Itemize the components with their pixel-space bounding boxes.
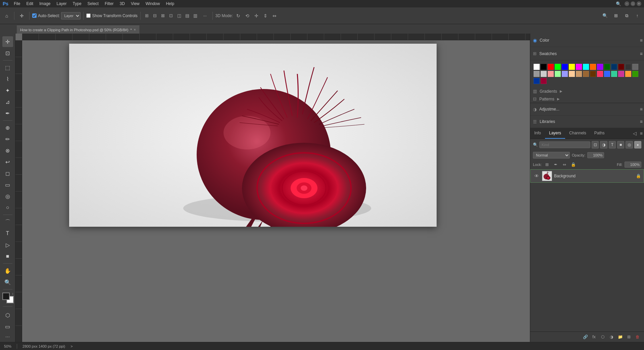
align-left-button[interactable]: ⊞ xyxy=(143,12,151,19)
swatch-item[interactable] xyxy=(541,64,547,70)
3d-scale-button[interactable]: ⇔ xyxy=(270,12,279,20)
document-tab[interactable]: How to create a Clipping Path in Photosh… xyxy=(17,26,140,34)
3d-roll-button[interactable]: ⟲ xyxy=(243,12,251,20)
search-workspace-button[interactable]: 🔍 xyxy=(600,11,610,20)
adj-label[interactable]: Adjustme... xyxy=(539,107,639,112)
swatches-panel-collapse[interactable]: ≡ xyxy=(639,50,644,57)
workspace-switcher-button[interactable]: ⊞ xyxy=(611,11,621,20)
layer-visibility-toggle[interactable]: 👁 xyxy=(533,173,540,179)
swatch-item[interactable] xyxy=(590,64,596,70)
swatch-item[interactable] xyxy=(562,71,568,77)
layers-panel-collapse[interactable]: ◁ xyxy=(632,128,638,139)
libraries-label[interactable]: Libraries xyxy=(540,119,639,124)
app-logo[interactable]: Ps xyxy=(3,1,8,6)
gradients-row[interactable]: ▥ Gradients xyxy=(530,87,644,95)
gradient-tool[interactable]: ▭ xyxy=(2,179,13,190)
type-tool[interactable]: T xyxy=(2,228,13,239)
spot-healing-tool[interactable]: ⊕ xyxy=(2,122,13,133)
move-tool-button[interactable]: ✛ xyxy=(17,11,27,20)
swatches-label[interactable]: Swatches xyxy=(539,51,639,56)
menu-view[interactable]: View xyxy=(128,1,142,7)
swatch-item[interactable] xyxy=(555,64,561,70)
lock-position-btn[interactable]: ✒ xyxy=(552,161,559,168)
swatch-item[interactable] xyxy=(632,64,638,70)
align-center-v-button[interactable]: ◫ xyxy=(176,12,183,19)
align-right-button[interactable]: ⊠ xyxy=(159,12,167,19)
layer-item-background[interactable]: 👁 Background 🔒 xyxy=(530,169,644,183)
tab-info[interactable]: Info xyxy=(530,128,545,139)
pen-tool[interactable]: ⌒ xyxy=(2,217,13,227)
menu-3d[interactable]: 3D xyxy=(117,1,128,7)
swatch-item[interactable] xyxy=(576,71,582,77)
swatch-item[interactable] xyxy=(597,64,603,70)
tab-channels[interactable]: Channels xyxy=(565,128,590,139)
filter-adj-btn[interactable]: ◑ xyxy=(600,141,607,148)
layers-search-input[interactable] xyxy=(539,141,590,148)
move-tool[interactable]: ✛ xyxy=(2,36,13,47)
layer-type-dropdown[interactable]: Layer xyxy=(61,12,81,19)
auto-select-checkbox[interactable] xyxy=(32,13,37,18)
shape-tool[interactable]: ■ xyxy=(2,251,13,262)
cloud-share-button[interactable]: ↑ xyxy=(633,11,642,20)
3d-pan-button[interactable]: ✛ xyxy=(252,12,260,20)
home-button[interactable]: ⌂ xyxy=(2,11,11,20)
add-style-btn[interactable]: fx xyxy=(590,333,598,341)
new-group-btn[interactable]: 📁 xyxy=(616,333,624,341)
opacity-input[interactable] xyxy=(587,152,604,158)
lock-all-btn[interactable]: 🔒 xyxy=(570,161,577,168)
foreground-color-swatch[interactable] xyxy=(2,293,10,300)
swatch-item[interactable] xyxy=(604,64,610,70)
menu-help[interactable]: Help xyxy=(163,1,177,7)
menu-layer[interactable]: Layer xyxy=(54,1,69,7)
quick-select-tool[interactable]: ✦ xyxy=(2,85,13,96)
color-panel-collapse[interactable]: ≡ xyxy=(639,37,644,44)
blend-mode-select[interactable]: Normal xyxy=(533,152,570,159)
swatch-item[interactable] xyxy=(534,78,540,84)
swatch-item[interactable] xyxy=(611,71,617,77)
swatch-item[interactable] xyxy=(625,71,631,77)
color-panel-label[interactable]: Color xyxy=(540,38,549,43)
screen-mode-button[interactable]: ▭ xyxy=(2,321,13,332)
menu-select[interactable]: Select xyxy=(85,1,101,7)
quick-mask-button[interactable]: ⬡ xyxy=(2,310,13,320)
blur-tool[interactable]: ◎ xyxy=(2,191,13,202)
status-arrow[interactable]: > xyxy=(70,344,72,348)
libraries-panel-collapse[interactable]: ≡ xyxy=(639,118,644,125)
align-center-h-button[interactable]: ⊟ xyxy=(151,12,159,19)
swatch-item[interactable] xyxy=(611,64,617,70)
swatch-item[interactable] xyxy=(604,71,610,77)
align-top-button[interactable]: ⊡ xyxy=(167,12,175,19)
add-adjustment-btn[interactable]: ◑ xyxy=(608,333,615,341)
adj-panel-collapse[interactable]: ≡ xyxy=(639,106,644,113)
zoom-tool[interactable]: 🔍 xyxy=(2,277,13,288)
crop-tool[interactable]: ⊿ xyxy=(2,96,13,107)
close-tab-button[interactable]: × xyxy=(134,28,136,32)
swatch-item[interactable] xyxy=(541,71,547,77)
new-layer-btn[interactable]: ⊞ xyxy=(625,333,633,341)
menu-edit[interactable]: Edit xyxy=(23,1,36,7)
lock-artboards-btn[interactable]: ⇔ xyxy=(561,161,568,168)
filter-pixel-btn[interactable]: ⊡ xyxy=(592,141,599,148)
link-layers-btn[interactable]: 🔗 xyxy=(582,333,589,341)
menu-type[interactable]: Type xyxy=(70,1,84,7)
filter-shape-btn[interactable]: ■ xyxy=(617,141,624,148)
swatch-item[interactable] xyxy=(618,71,624,77)
arrange-panels-button[interactable]: ⧉ xyxy=(622,11,631,20)
menu-filter[interactable]: Filter xyxy=(102,1,116,7)
swatch-item[interactable] xyxy=(569,64,575,70)
more-options-button[interactable]: ··· xyxy=(200,11,210,20)
dodge-tool[interactable]: ○ xyxy=(2,202,13,213)
align-bottom-button[interactable]: ▤ xyxy=(184,12,191,19)
distribute-button[interactable]: ▥ xyxy=(192,12,199,19)
swatch-item[interactable] xyxy=(625,64,631,70)
swatch-item[interactable] xyxy=(541,78,547,84)
swatch-item[interactable] xyxy=(548,64,554,70)
tab-layers[interactable]: Layers xyxy=(545,128,565,139)
swatch-item[interactable] xyxy=(632,71,638,77)
swatch-item[interactable] xyxy=(562,64,568,70)
swatch-item[interactable] xyxy=(597,71,603,77)
swatch-item[interactable] xyxy=(534,71,540,77)
history-brush-tool[interactable]: ↩ xyxy=(2,157,13,167)
swatch-item[interactable] xyxy=(576,64,582,70)
add-mask-btn[interactable]: ⬡ xyxy=(599,333,606,341)
